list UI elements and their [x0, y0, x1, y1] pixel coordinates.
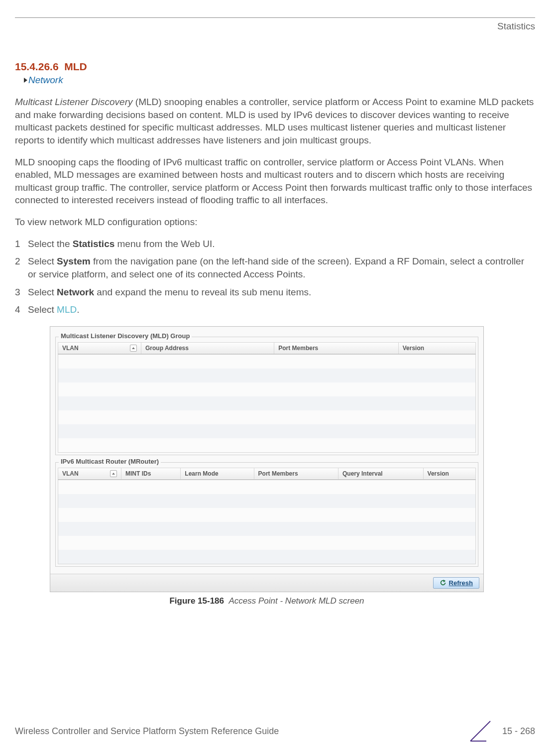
- col-vlan[interactable]: VLAN: [58, 468, 121, 480]
- paragraph-1-lead: Multicast Listener Discovery: [15, 97, 133, 107]
- mld-group-legend: Multicast Listener Discovery (MLD) Group: [59, 332, 192, 340]
- mld-group-panel: Multicast Listener Discovery (MLD) Group…: [55, 337, 478, 455]
- footer-angle-icon: [469, 720, 491, 742]
- step-num: 4: [15, 303, 28, 316]
- col-port-members[interactable]: Port Members: [254, 468, 338, 480]
- button-bar: Refresh: [50, 574, 483, 592]
- step-text: Select: [28, 287, 57, 297]
- col-group-address[interactable]: Group Address: [141, 342, 274, 354]
- col-query-interval[interactable]: Query Interval: [338, 468, 424, 480]
- col-version[interactable]: Version: [423, 468, 475, 480]
- col-version[interactable]: Version: [398, 342, 475, 354]
- col-mint-ids[interactable]: MINT IDs: [121, 468, 181, 480]
- step-bold: System: [57, 256, 91, 266]
- step-bold: Statistics: [73, 239, 114, 249]
- mld-group-table-body: [58, 355, 476, 453]
- step-2: 2 Select System from the navigation pane…: [15, 255, 535, 280]
- step-num: 3: [15, 286, 28, 299]
- step-num: 1: [15, 238, 28, 251]
- col-header-text: VLAN: [62, 345, 79, 352]
- step-text: Select: [28, 256, 57, 266]
- paragraph-2: MLD snooping caps the flooding of IPv6 m…: [15, 156, 535, 207]
- header-chapter: Statistics: [15, 21, 535, 32]
- arrow-right-icon: [24, 78, 27, 83]
- figure-caption-label: Figure 15-186: [169, 596, 224, 606]
- page-footer: Wireless Controller and Service Platform…: [15, 720, 535, 742]
- refresh-label: Refresh: [449, 579, 473, 587]
- col-header-text: VLAN: [62, 470, 79, 477]
- refresh-icon: [440, 579, 447, 586]
- breadcrumb-link-network[interactable]: Network: [28, 75, 63, 85]
- top-rule: [15, 17, 535, 18]
- step-bold: Network: [57, 287, 94, 297]
- section-heading: 15.4.26.6 MLD: [15, 61, 535, 73]
- paragraph-1: Multicast Listener Discovery (MLD) snoop…: [15, 96, 535, 147]
- step-text: from the navigation pane (on the left-ha…: [28, 256, 524, 279]
- figure-caption-text: Access Point - Network MLD screen: [228, 596, 364, 606]
- step-text: Select: [28, 304, 57, 315]
- step-3: 3 Select Network and expand the menu to …: [15, 286, 535, 299]
- footer-left: Wireless Controller and Service Platform…: [15, 726, 279, 737]
- step-text: Select the: [28, 239, 73, 249]
- sort-asc-icon[interactable]: [130, 345, 137, 352]
- mld-group-table: VLAN Group Address Port Members Version: [58, 342, 476, 355]
- mrouter-panel: IPv6 Multicast Router (MRouter) VLAN MIN…: [55, 462, 478, 567]
- refresh-button[interactable]: Refresh: [433, 577, 479, 589]
- step-num: 2: [15, 255, 28, 280]
- step-text: and expand the menu to reveal its sub me…: [94, 287, 311, 297]
- col-learn-mode[interactable]: Learn Mode: [181, 468, 254, 480]
- step-text: menu from the Web UI.: [114, 239, 215, 249]
- col-vlan[interactable]: VLAN: [58, 342, 141, 354]
- step-4: 4 Select MLD.: [15, 303, 535, 316]
- page-number: 15 - 268: [502, 726, 535, 737]
- section-title-text: MLD: [64, 61, 87, 72]
- steps-list: 1 Select the Statistics menu from the We…: [15, 238, 535, 316]
- mrouter-table: VLAN MINT IDs Learn Mode Port Members Qu…: [58, 468, 476, 480]
- step-link-mld[interactable]: MLD: [57, 304, 77, 315]
- sort-asc-icon[interactable]: [110, 470, 117, 477]
- step-1: 1 Select the Statistics menu from the We…: [15, 238, 535, 251]
- step-text: .: [77, 304, 79, 315]
- figure-caption: Figure 15-186 Access Point - Network MLD…: [50, 596, 484, 606]
- paragraph-3: To view network MLD configuration option…: [15, 216, 535, 229]
- figure-screenshot: Multicast Listener Discovery (MLD) Group…: [50, 326, 484, 592]
- col-port-members[interactable]: Port Members: [274, 342, 399, 354]
- mrouter-legend: IPv6 Multicast Router (MRouter): [59, 458, 161, 465]
- mrouter-table-body: [58, 480, 476, 564]
- breadcrumb: Network: [24, 75, 535, 86]
- section-number: 15.4.26.6: [15, 61, 59, 72]
